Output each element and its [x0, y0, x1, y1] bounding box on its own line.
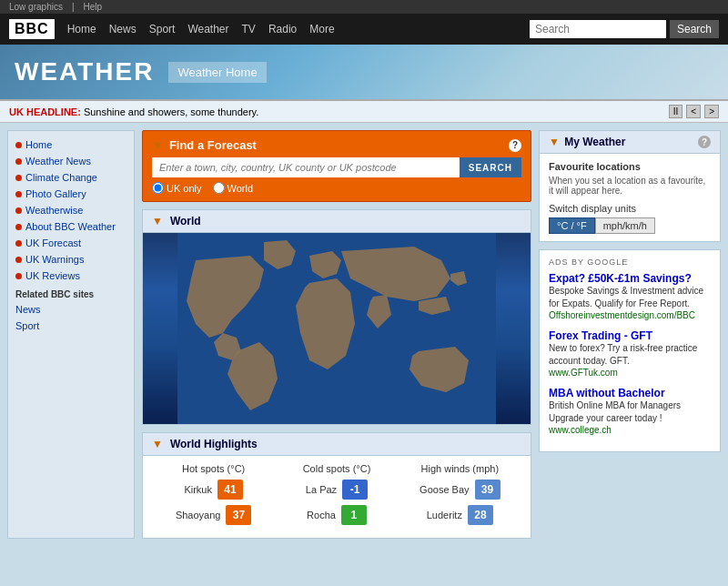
search-input[interactable] [530, 20, 666, 38]
unit-mph-button[interactable]: mph/km/h [595, 217, 655, 234]
sidebar-dot [15, 191, 22, 197]
ad-text-0: Bespoke Savings & Investment advice for … [549, 285, 711, 310]
wind-col: High winds (mph) Goose Bay 39 Luderitz 2… [399, 463, 521, 530]
search-button[interactable]: Search [670, 20, 719, 38]
wind-row-0: Goose Bay 39 [399, 480, 521, 500]
hot-spots-col: Hot spots (°C) Kirkuk 41 Shaoyang 37 [152, 463, 275, 530]
sidebar-item-about[interactable]: About BBC Weather [8, 218, 134, 235]
sidebar-label-uk-warnings: UK Warnings [25, 254, 84, 265]
ad-url-1[interactable]: www.GFTuk.com [549, 368, 711, 378]
my-weather-title: My Weather [564, 136, 625, 148]
sidebar-label-climate: Climate Change [25, 172, 97, 183]
find-forecast-search: SEARCH [152, 157, 521, 177]
nav-tv[interactable]: TV [242, 23, 256, 35]
radio-world-label: World [228, 183, 254, 194]
nav-radio[interactable]: Radio [268, 23, 297, 35]
weather-header: WEATHER Weather Home [0, 45, 728, 99]
sidebar-item-climate[interactable]: Climate Change [8, 169, 134, 186]
ad-item-0: Expat? £50K-£1m Savings? Bespoke Savings… [549, 272, 711, 320]
my-weather-help-icon[interactable]: ? [698, 136, 711, 148]
my-weather-triangle-icon: ▼ [549, 136, 560, 148]
my-weather-body: Favourite locations When you set a locat… [540, 154, 720, 241]
sidebar-item-uk-reviews[interactable]: UK Reviews [8, 268, 134, 284]
bbc-logo: BBC [9, 19, 55, 39]
sidebar-label-uk-forecast: UK Forecast [25, 237, 81, 248]
right-sidebar: ▼ My Weather ? Favourite locations When … [539, 130, 721, 539]
sidebar-item-weatherwise[interactable]: Weatherwise [8, 202, 134, 218]
ad-url-2[interactable]: www.college.ch [549, 425, 711, 435]
sidebar-item-photo[interactable]: Photo Gallery [8, 186, 134, 202]
headline-prev-button[interactable]: < [686, 105, 701, 118]
ad-title-0[interactable]: Expat? £50K-£1m Savings? [549, 272, 711, 285]
unit-celsius-button[interactable]: °C / °F [549, 217, 595, 234]
world-map-svg [143, 233, 531, 424]
highlights-columns: Hot spots (°C) Kirkuk 41 Shaoyang 37 Col… [152, 463, 521, 530]
nav-sport[interactable]: Sport [149, 23, 176, 35]
radio-world[interactable]: World [213, 182, 254, 194]
ad-title-2[interactable]: MBA without Bachelor [549, 387, 711, 399]
sidebar-dot [15, 240, 22, 247]
world-section: ▼ World [142, 209, 531, 425]
help-link[interactable]: Help [84, 2, 103, 12]
wind-place-1: Luderitz [427, 510, 462, 520]
hot-spots-header: Hot spots (°C) [152, 463, 275, 474]
hot-place-1: Shaoyang [176, 510, 221, 520]
main-layout: Home Weather News Climate Change Photo G… [0, 123, 728, 546]
headline-next-button[interactable]: > [704, 105, 719, 118]
ad-url-0[interactable]: Offshoreinvestmentdesign.com/BBC [549, 310, 711, 320]
sidebar: Home Weather News Climate Change Photo G… [7, 130, 135, 539]
radio-uk-only[interactable]: UK only [152, 182, 202, 194]
headline-content: Sunshine and showers, some thundery. [84, 106, 258, 117]
radio-uk-input[interactable] [152, 182, 164, 194]
weather-title: WEATHER [15, 57, 154, 86]
sidebar-label-weatherwise: Weatherwise [25, 205, 83, 216]
weather-home-link[interactable]: Weather Home [168, 62, 266, 83]
wind-row-1: Luderitz 28 [399, 505, 521, 525]
fav-label: Favourite locations [549, 161, 711, 172]
nav-more[interactable]: More [309, 23, 334, 35]
forecast-help-icon[interactable]: ? [509, 139, 521, 152]
hot-place-0: Kirkuk [184, 484, 212, 495]
ad-item-2: MBA without Bachelor British Online MBA … [549, 387, 711, 435]
world-section-header: ▼ World [143, 210, 531, 233]
headline-pause-button[interactable]: II [669, 105, 683, 118]
sidebar-item-uk-warnings[interactable]: UK Warnings [8, 251, 134, 268]
nav-weather[interactable]: Weather [187, 23, 228, 35]
hot-row-0: Kirkuk 41 [152, 480, 275, 500]
headline-controls: II < > [669, 105, 719, 118]
sidebar-label-weather-news: Weather News [25, 156, 91, 167]
sidebar-related-sport[interactable]: Sport [8, 318, 134, 334]
low-graphics-link[interactable]: Low graphics [9, 2, 63, 12]
ad-text-1: New to forex? Try a risk-free practice a… [549, 342, 711, 368]
cold-place-1: Rocha [307, 510, 336, 520]
sidebar-item-home[interactable]: Home [8, 136, 134, 153]
cold-row-1: Rocha 1 [275, 505, 398, 525]
switch-label: Switch display units [549, 203, 711, 214]
triangle-icon: ▼ [152, 138, 164, 152]
sidebar-item-weather-news[interactable]: Weather News [8, 153, 134, 169]
forecast-search-input[interactable] [152, 157, 460, 177]
ad-item-1: Forex Trading - GFT New to forex? Try a … [549, 329, 711, 378]
fav-desc: When you set a location as a favourite, … [549, 176, 711, 196]
forecast-search-button[interactable]: SEARCH [460, 157, 521, 177]
headline-label: UK HEADLINE: [9, 106, 81, 117]
sidebar-label-uk-reviews: UK Reviews [25, 270, 80, 281]
nav-home[interactable]: Home [67, 23, 96, 35]
nav-news[interactable]: News [109, 23, 136, 35]
top-navigation: BBC Home News Sport Weather TV Radio Mor… [0, 14, 728, 45]
find-forecast-radios: UK only World [152, 182, 521, 194]
sidebar-dot [15, 142, 22, 148]
headline-text: UK HEADLINE: Sunshine and showers, some … [9, 106, 258, 117]
cold-row-0: La Paz -1 [275, 480, 398, 500]
sidebar-related-news[interactable]: News [8, 301, 134, 318]
sidebar-dot [15, 207, 22, 214]
ads-label: ADS BY GOOGLE [549, 258, 711, 267]
my-weather-box: ▼ My Weather ? Favourite locations When … [539, 130, 721, 242]
ad-title-1[interactable]: Forex Trading - GFT [549, 329, 711, 342]
find-forecast-header: ▼ Find a Forecast ? [152, 138, 521, 152]
wind-temp-0: 39 [475, 480, 500, 500]
wind-place-0: Goose Bay [420, 484, 469, 495]
sidebar-item-uk-forecast[interactable]: UK Forecast [8, 235, 134, 251]
radio-world-input[interactable] [213, 182, 225, 194]
highlights-header: ▼ World Highlights [143, 433, 531, 456]
